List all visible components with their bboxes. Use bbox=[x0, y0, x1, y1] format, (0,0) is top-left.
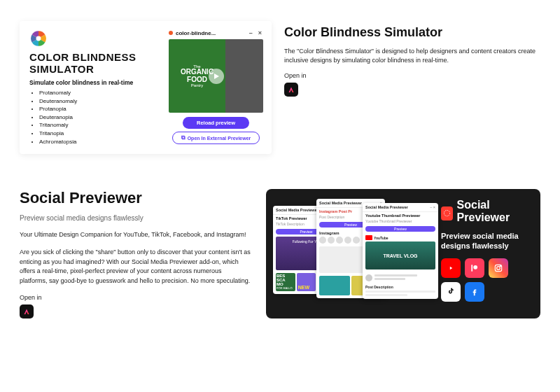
svg-point-5 bbox=[497, 267, 500, 270]
list-item: Tritanomaly bbox=[39, 121, 169, 130]
svg-point-2 bbox=[473, 265, 477, 270]
open-external-button[interactable]: ⧉ Open In External Previewer bbox=[172, 132, 259, 144]
svg-point-0 bbox=[36, 36, 41, 41]
sp-hero-card: Social Media Previewer– × TikTok Preview… bbox=[266, 189, 540, 318]
close-icon[interactable]: × bbox=[257, 29, 263, 36]
social-previewer-section: Social Previewer Preview social media de… bbox=[20, 189, 540, 318]
list-item: Deuteranomaly bbox=[39, 97, 169, 106]
panel-title: color-blindne... bbox=[176, 30, 245, 36]
cbs-card: COLOR BLINDNESS SIMULATOR Simulate color… bbox=[20, 21, 272, 154]
mock-youtube: Social Media Previewer– × Youtube Thumbn… bbox=[363, 203, 438, 299]
sp-lead: Your Ultimate Design Companion for YouTu… bbox=[20, 230, 251, 239]
sp-hero-info: Social Previewer Preview social media de… bbox=[441, 199, 531, 309]
instagram-icon[interactable] bbox=[489, 258, 508, 278]
adobe-express-icon[interactable] bbox=[20, 304, 34, 318]
addon-dot-icon bbox=[169, 31, 173, 35]
svg-point-1 bbox=[444, 211, 449, 216]
sp-info-column: Social Previewer Preview social media de… bbox=[20, 189, 251, 318]
svg-rect-3 bbox=[471, 265, 472, 271]
previewer-app-icon bbox=[441, 206, 453, 220]
list-item: Protanomaly bbox=[39, 89, 169, 97]
list-item: Tritanopia bbox=[39, 130, 169, 138]
sp-tagline: Preview social media designs flawlessly bbox=[20, 214, 251, 222]
youtube-icon[interactable] bbox=[441, 258, 461, 278]
list-item: Achromatopsia bbox=[39, 138, 169, 146]
play-icon[interactable] bbox=[209, 69, 224, 84]
preview-simulated bbox=[225, 39, 263, 113]
cbs-subtitle: Simulate color blindness in real-time bbox=[29, 79, 169, 86]
tiktok-icon[interactable] bbox=[441, 282, 461, 302]
color-blindness-section: COLOR BLINDNESS SIMULATOR Simulate color… bbox=[20, 21, 540, 154]
sp-brand: Social Previewer bbox=[441, 199, 531, 227]
cbs-card-left: COLOR BLINDNESS SIMULATOR Simulate color… bbox=[29, 29, 169, 146]
cbs-description: The "Color Blindness Simulator" is desig… bbox=[284, 47, 540, 65]
sp-body: Are you sick of clicking the "share" but… bbox=[20, 248, 251, 286]
reload-preview-button[interactable]: Reload preview bbox=[183, 117, 249, 129]
social-icons bbox=[441, 258, 531, 302]
mock-stack: Social Media Previewer– × TikTok Preview… bbox=[273, 199, 434, 309]
minimize-icon[interactable]: – bbox=[248, 29, 254, 36]
open-in-label: Open in bbox=[20, 294, 251, 301]
cbs-title: Color Blindness Simulator bbox=[284, 25, 540, 40]
list-item: Protanopia bbox=[39, 105, 169, 113]
facebook-icon[interactable] bbox=[465, 282, 484, 302]
open-external-label: Open In External Previewer bbox=[188, 136, 251, 141]
sp-title: Social Previewer bbox=[20, 189, 251, 207]
external-link-icon: ⧉ bbox=[181, 134, 186, 141]
adobe-express-icon[interactable] bbox=[284, 83, 298, 97]
aperture-icon bbox=[29, 29, 48, 48]
sp-hero-title: Social Previewer bbox=[457, 199, 531, 223]
preview-canvas[interactable]: The ORGANIC FOOD Pantry bbox=[169, 39, 263, 113]
cbs-info: Color Blindness Simulator The "Color Bli… bbox=[284, 21, 540, 154]
list-item: Deuteranopia bbox=[39, 113, 169, 122]
svg-point-6 bbox=[500, 265, 500, 266]
patreon-icon[interactable] bbox=[465, 258, 484, 278]
panel-header: color-blindne... – × bbox=[169, 29, 263, 39]
cbs-types-list: Protanomaly Deuteranomaly Protanopia Deu… bbox=[29, 89, 169, 146]
sp-hero-sub: Preview social media designs flawlessly bbox=[441, 232, 531, 251]
open-in-label: Open in bbox=[284, 72, 540, 79]
cbs-card-title: COLOR BLINDNESS SIMULATOR bbox=[29, 52, 169, 75]
cbs-preview-panel: color-blindne... – × The ORGANIC FOOD Pa… bbox=[169, 29, 263, 146]
